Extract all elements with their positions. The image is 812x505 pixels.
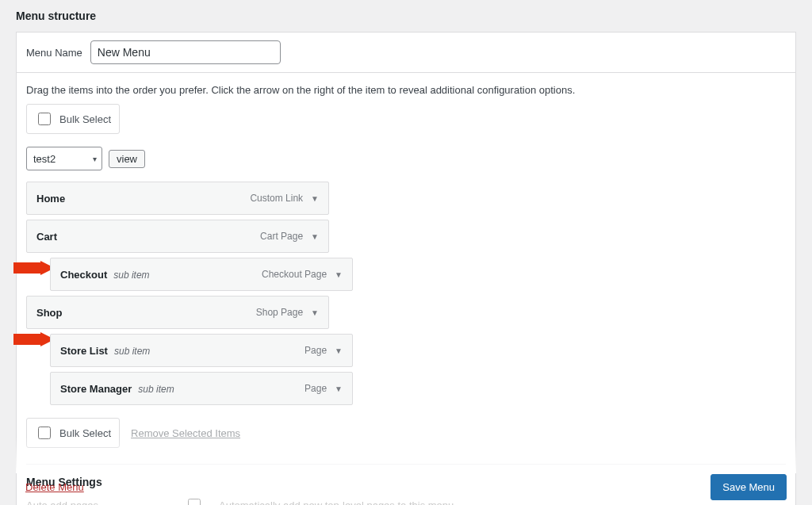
instructions-text: Drag the items into the order you prefer… [26,84,786,96]
menu-item-type: Page [304,345,327,356]
menu-select[interactable]: test2 ▾ [26,147,102,170]
menu-name-input[interactable] [90,40,281,64]
panel-title: Menu structure [16,0,796,32]
menu-item[interactable]: Home Custom Link ▼ [26,182,329,215]
menu-item[interactable]: Cart Cart Page ▼ [26,220,329,253]
menu-name-row: Menu Name [17,33,795,73]
save-menu-button[interactable]: Save Menu [710,474,787,500]
divider [26,464,786,465]
bulk-select-bottom-row: Bulk Select Remove Selected Items [26,418,786,448]
bulk-select-top[interactable]: Bulk Select [26,104,120,134]
menu-item-sub-label: sub item [114,346,150,357]
remove-selected-link[interactable]: Remove Selected Items [131,427,240,439]
view-button[interactable]: view [109,150,145,168]
menu-item-title: Checkout [60,269,107,281]
chevron-down-icon: ▾ [93,155,97,163]
panel-body: Drag the items into the order you prefer… [17,73,795,505]
menu-item-type: Cart Page [260,231,303,242]
menu-item-type: Page [304,383,327,394]
bulk-select-bottom-label: Bulk Select [59,427,111,439]
menu-item[interactable]: Store List sub item Page ▼ [50,334,353,367]
menu-select-row: test2 ▾ view [26,147,786,170]
chevron-down-icon[interactable]: ▼ [335,346,343,355]
menu-item[interactable]: Store Manager sub item Page ▼ [50,372,353,405]
svg-marker-0 [13,261,55,275]
chevron-down-icon[interactable]: ▼ [335,270,343,279]
bulk-select-bottom-checkbox[interactable] [38,427,51,439]
menu-items-list: Home Custom Link ▼ Cart Cart Page ▼ [26,182,786,405]
chevron-down-icon[interactable]: ▼ [311,194,319,203]
bulk-select-bottom[interactable]: Bulk Select [26,418,120,448]
menu-item-sub-label: sub item [138,384,174,395]
bulk-select-top-checkbox[interactable] [38,113,51,125]
menu-item-type: Custom Link [250,193,303,204]
annotation-arrow-icon [13,332,55,346]
menu-item-title: Shop [36,307,63,319]
menu-item-type: Shop Page [256,307,303,318]
menu-select-value: test2 [33,153,56,165]
delete-menu-link[interactable]: Delete Menu [25,481,84,493]
menu-item-title: Store List [60,345,108,357]
menu-item-title: Cart [36,231,57,243]
menu-item-title: Store Manager [60,383,132,395]
menu-item[interactable]: Shop Shop Page ▼ [26,296,329,329]
menu-item-type: Checkout Page [262,269,327,280]
menu-item[interactable]: Checkout sub item Checkout Page ▼ [50,258,353,291]
chevron-down-icon[interactable]: ▼ [311,308,319,317]
menu-item-sub-label: sub item [113,270,149,281]
bulk-select-top-label: Bulk Select [59,113,111,125]
menu-structure-panel: Menu Name Drag the items into the order … [16,32,796,505]
menu-item-title: Home [36,193,65,205]
annotation-arrow-icon [13,261,55,275]
menu-name-label: Menu Name [26,47,82,59]
chevron-down-icon[interactable]: ▼ [311,232,319,241]
panel-footer: Delete Menu Save Menu [25,474,787,500]
chevron-down-icon[interactable]: ▼ [335,384,343,393]
svg-marker-1 [13,332,55,346]
